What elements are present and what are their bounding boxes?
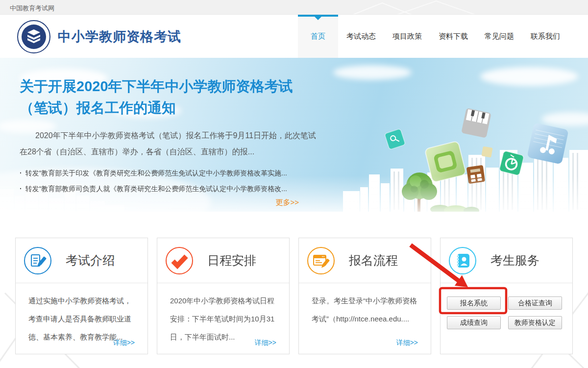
city-skyline (343, 144, 588, 212)
feature-cards-row: 考试介绍 通过实施中小学教师资格考试，考查申请人是否具备教师职业道德、基本素养、… (0, 238, 588, 354)
main-nav: 首页 考试动态 项目政策 资料下载 常见问题 联系我们 (298, 15, 568, 58)
cube-piano (461, 108, 491, 138)
nav-item-policies[interactable]: 项目政策 (384, 15, 430, 58)
mountain-watermark (353, 0, 500, 15)
topbar: 中国教育考试网 (0, 0, 588, 15)
card-body: 2020年中小学教师资格考试日程安排：下半年笔试时间为10月31日，下半年面试时… (157, 283, 289, 346)
nav-item-exam-news[interactable]: 考试动态 (338, 15, 384, 58)
cube-small (481, 146, 492, 157)
registration-system-button[interactable]: 报名系统 (447, 296, 501, 310)
nav-item-home[interactable]: 首页 (298, 15, 338, 58)
card-registration-flow: 报名流程 登录。考生登录“中小学教师资格考试”（http://ntce.neea… (298, 238, 431, 354)
card-title: 日程安排 (207, 252, 256, 269)
score-query-button[interactable]: 成绩查询 (447, 316, 501, 329)
checkmark-icon (165, 246, 194, 275)
card-candidate-services: 考生服务 报名系统 合格证查询 成绩查询 教师资格认定 (440, 238, 573, 354)
cube-screen (425, 141, 466, 183)
cube-music (527, 123, 568, 164)
announcement-title[interactable]: 关于开展2020年下半年中小学教师资格考试（笔试）报名工作的通知 (20, 75, 306, 119)
cube-search (385, 129, 406, 150)
hero-banner: 关于开展2020年下半年中小学教师资格考试（笔试）报名工作的通知 2020年下半… (0, 58, 588, 212)
page-title: 中小学教师资格考试 (58, 28, 181, 46)
cube-calculator (466, 165, 485, 184)
card-title: 报名流程 (349, 252, 398, 269)
cube-pie-chart (499, 151, 524, 176)
certificate-query-button[interactable]: 合格证查询 (508, 296, 562, 310)
news-item[interactable]: 转发“教育部关于印发《教育类研究生和公费师范生免试认定中小学教师资格改革实施..… (20, 165, 306, 181)
bushes (430, 205, 479, 212)
banner-announcement: 关于开展2020年下半年中小学教师资格考试（笔试）报名工作的通知 2020年下半… (20, 75, 306, 207)
card-schedule: 日程安排 2020年中小学教师资格考试日程安排：下半年笔试时间为10月31日，下… (157, 238, 290, 354)
nav-item-faq[interactable]: 常见问题 (476, 15, 522, 58)
address-book-icon (448, 246, 477, 275)
nav-item-contact[interactable]: 联系我们 (522, 15, 568, 58)
card-body: 登录。考生登录“中小学教师资格考试”（http://ntce.neea.edu.… (299, 283, 431, 328)
brand[interactable]: 中小学教师资格考试 (17, 20, 181, 54)
teacher-qualification-button[interactable]: 教师资格认定 (508, 316, 562, 329)
service-buttons: 报名系统 合格证查询 成绩查询 教师资格认定 (441, 283, 572, 329)
detail-link[interactable]: 详细>> (113, 339, 135, 347)
card-body: 通过实施中小学教师资格考试，考查申请人是否具备教师职业道德、基本素养、教育教学能… (16, 283, 147, 346)
detail-link[interactable]: 详细>> (255, 339, 276, 347)
tree (402, 172, 437, 212)
nav-item-downloads[interactable]: 资料下载 (430, 15, 476, 58)
news-item[interactable]: 转发“教育部教师司负责人就《教育类研究生和公费师范生免试认定中小学教师资格改..… (20, 181, 306, 196)
more-link[interactable]: 更多>> (20, 198, 299, 207)
ntce-logo-icon (17, 20, 51, 54)
form-pencil-icon (307, 246, 335, 275)
card-exam-intro: 考试介绍 通过实施中小学教师资格考试，考查申请人是否具备教师职业道德、基本素养、… (15, 238, 148, 354)
card-title: 考生服务 (490, 252, 539, 269)
detail-link[interactable]: 详细>> (396, 339, 418, 347)
header: 中小学教师资格考试 首页 考试动态 项目政策 资料下载 常见问题 联系我们 (0, 15, 588, 58)
card-title: 考试介绍 (66, 252, 115, 269)
announcement-summary: 2020年下半年中小学教师资格考试（笔试）报名工作将于9月11日开始，此次笔试在… (20, 127, 318, 160)
document-pencil-icon (24, 246, 52, 275)
news-list: 转发“教育部关于印发《教育类研究生和公费师范生免试认定中小学教师资格改革实施..… (20, 165, 306, 196)
site-name: 中国教育考试网 (10, 4, 54, 13)
